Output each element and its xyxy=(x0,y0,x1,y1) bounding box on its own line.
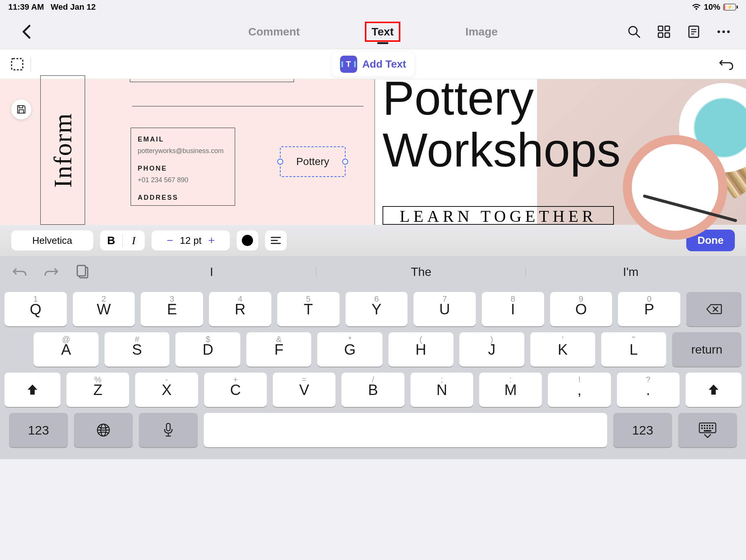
color-swatch-icon xyxy=(242,235,253,246)
key-z[interactable]: %Z xyxy=(66,373,129,407)
phone-label: PHONE xyxy=(138,165,228,172)
key-o[interactable]: 9O xyxy=(550,292,612,326)
key-shift-right[interactable] xyxy=(686,373,742,407)
key-s[interactable]: #S xyxy=(104,332,169,367)
phone-value: +01 234 567 890 xyxy=(138,176,228,184)
thumbnails-icon[interactable] xyxy=(656,24,671,39)
key-e[interactable]: 3E xyxy=(141,292,203,326)
resize-handle-right[interactable] xyxy=(342,159,348,165)
svg-rect-28 xyxy=(712,425,713,426)
format-bar: Helvetica B I − 12 pt + Done xyxy=(0,225,746,256)
font-size-value: 12 pt xyxy=(180,235,202,246)
key-v[interactable]: =V xyxy=(273,373,335,407)
font-size-stepper: − 12 pt + xyxy=(152,230,230,251)
back-button[interactable] xyxy=(17,22,36,41)
key-numbers[interactable]: 123 xyxy=(9,413,68,447)
document-page-right: PotteryWorkshops LEARN TOGETHER xyxy=(375,79,746,225)
key-globe[interactable] xyxy=(74,413,133,447)
key-i[interactable]: 8I xyxy=(482,292,544,326)
font-style-group: B I xyxy=(100,230,145,251)
document-canvas[interactable]: Inform EMAIL potteryworks@business.com P… xyxy=(0,79,746,225)
bold-button[interactable]: B xyxy=(100,230,122,251)
key-space[interactable] xyxy=(204,413,607,447)
key-d[interactable]: $D xyxy=(175,332,240,367)
svg-point-10 xyxy=(718,30,720,33)
battery-percent: 10% xyxy=(704,2,720,12)
svg-rect-25 xyxy=(704,425,705,426)
key-n[interactable]: ;N xyxy=(411,373,473,407)
key-j[interactable]: )J xyxy=(459,332,524,367)
key-t[interactable]: 5T xyxy=(277,292,340,326)
font-selector[interactable]: Helvetica xyxy=(11,230,93,251)
battery-icon: ⚡ xyxy=(723,4,738,10)
tab-image[interactable]: Image xyxy=(460,23,503,40)
kb-redo-icon[interactable] xyxy=(42,262,60,281)
key-m[interactable]: :M xyxy=(479,373,542,407)
svg-rect-4 xyxy=(658,33,663,37)
undo-button[interactable] xyxy=(718,56,735,72)
kb-clipboard-icon[interactable] xyxy=(73,262,92,281)
key-a[interactable]: @A xyxy=(34,332,99,367)
key-dictation[interactable] xyxy=(139,413,198,447)
align-button[interactable] xyxy=(265,230,287,251)
key-y[interactable]: 6Y xyxy=(346,292,408,326)
key-comma[interactable]: !, xyxy=(548,373,611,407)
key-x[interactable]: -X xyxy=(135,373,198,407)
shift-icon xyxy=(26,383,39,396)
svg-rect-26 xyxy=(706,425,708,426)
nav-bar: Comment Text Image xyxy=(0,14,746,49)
svg-rect-2 xyxy=(658,26,663,31)
shift-icon xyxy=(707,383,720,396)
key-g[interactable]: *G xyxy=(317,332,382,367)
key-numbers-right[interactable]: 123 xyxy=(613,413,672,447)
key-backspace[interactable] xyxy=(686,292,742,326)
key-c[interactable]: +C xyxy=(204,373,267,407)
key-w[interactable]: 2W xyxy=(73,292,135,326)
add-text-icon: T xyxy=(340,56,357,73)
suggestion-1[interactable]: I xyxy=(107,265,316,279)
key-h[interactable]: (H xyxy=(388,332,453,367)
add-text-label: Add Text xyxy=(362,58,406,70)
key-period[interactable]: ?. xyxy=(617,373,680,407)
textbox-value: Pottery xyxy=(296,156,330,168)
save-chip-icon[interactable] xyxy=(11,99,31,119)
key-return[interactable]: return xyxy=(672,332,742,367)
key-u[interactable]: 7U xyxy=(413,292,476,326)
increase-size-button[interactable]: + xyxy=(208,234,215,247)
resize-handle-left[interactable] xyxy=(277,159,283,165)
suggestion-3[interactable]: I'm xyxy=(526,265,736,279)
key-p[interactable]: 0P xyxy=(618,292,680,326)
search-icon[interactable] xyxy=(627,24,642,39)
svg-rect-3 xyxy=(665,26,669,31)
decrease-size-button[interactable]: − xyxy=(167,234,174,247)
text-color-button[interactable] xyxy=(237,230,258,251)
key-hide-keyboard[interactable] xyxy=(678,413,737,447)
align-left-icon xyxy=(271,236,281,245)
svg-point-0 xyxy=(629,27,637,35)
italic-button[interactable]: I xyxy=(123,230,145,251)
notes-icon[interactable] xyxy=(686,24,701,39)
svg-line-1 xyxy=(636,34,640,37)
contact-card: EMAIL potteryworks@business.com PHONE +0… xyxy=(131,128,235,206)
page-title: PotteryWorkshops xyxy=(383,72,621,176)
key-r[interactable]: 4R xyxy=(209,292,271,326)
tab-comment[interactable]: Comment xyxy=(243,23,305,40)
key-l[interactable]: "L xyxy=(601,332,666,367)
document-page-left: Inform EMAIL potteryworks@business.com P… xyxy=(0,79,375,225)
svg-rect-27 xyxy=(709,425,711,426)
kb-undo-icon[interactable] xyxy=(10,262,29,281)
key-q[interactable]: 1Q xyxy=(4,292,67,326)
suggestion-2[interactable]: The xyxy=(316,265,526,279)
key-b[interactable]: /B xyxy=(341,373,404,407)
tab-text[interactable]: Text xyxy=(365,22,400,42)
wifi-icon xyxy=(692,4,701,10)
svg-rect-30 xyxy=(704,427,705,429)
selection-tool-icon[interactable] xyxy=(9,56,25,72)
key-shift-left[interactable] xyxy=(4,373,60,407)
key-k[interactable]: 'K xyxy=(530,332,595,367)
more-icon[interactable] xyxy=(716,24,731,39)
svg-point-11 xyxy=(722,30,725,33)
key-f[interactable]: &F xyxy=(246,332,311,367)
selected-textbox[interactable]: Pottery xyxy=(280,146,346,177)
hide-keyboard-icon xyxy=(698,422,717,438)
